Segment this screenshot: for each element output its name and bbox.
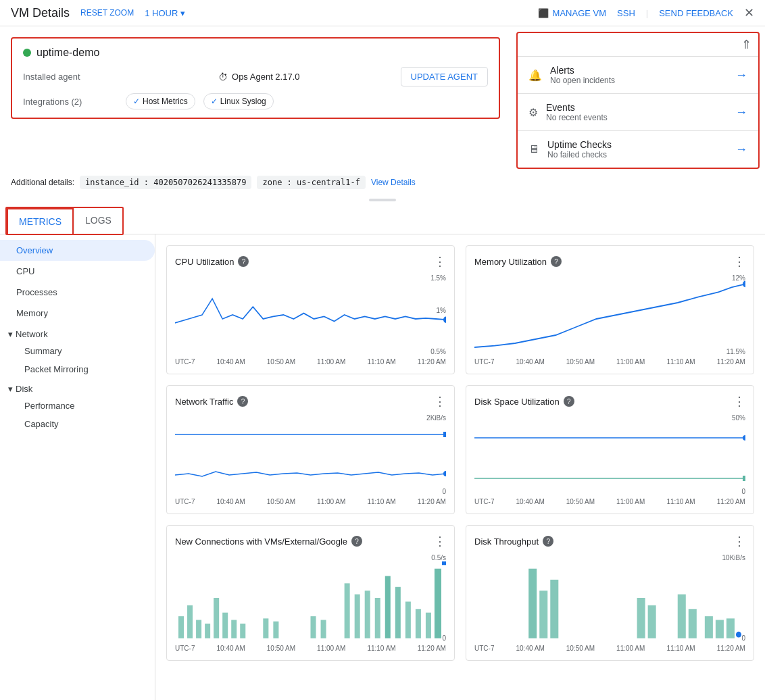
svg-rect-35	[689, 609, 697, 638]
events-title: Events	[546, 102, 608, 113]
agent-version: Ops Agent 2.17.0	[232, 72, 299, 82]
view-details-link[interactable]: View Details	[371, 178, 416, 187]
tab-logs[interactable]: LOGS	[74, 208, 122, 234]
top-section: uptime-demo Installed agent ⏱ Ops Agent …	[0, 26, 765, 169]
update-agent-button[interactable]: UPDATE AGENT	[401, 67, 488, 86]
svg-rect-32	[637, 598, 645, 639]
additional-label: Additional details:	[11, 178, 74, 187]
cpu-chart-labels: UTC-710:40 AM10:50 AM11:00 AM11:10 AM11:…	[175, 358, 446, 366]
connections-more-button[interactable]: ⋮	[434, 534, 446, 549]
cpu-y-bot: 0.5%	[430, 348, 446, 355]
connections-chart-labels: UTC-710:40 AM10:50 AM11:00 AM11:10 AM11:…	[175, 645, 446, 652]
integration-label-syslog: Linux Syslog	[220, 97, 266, 106]
cpu-chart-svg	[175, 274, 446, 355]
resize-handle[interactable]	[369, 199, 396, 201]
memory-chart-labels: UTC-710:40 AM10:50 AM11:00 AM11:10 AM11:…	[474, 358, 745, 366]
sidebar-item-cpu[interactable]: CPU	[0, 261, 155, 282]
sidebar-group-network[interactable]: ▾ Network	[0, 324, 155, 342]
close-button[interactable]: ✕	[744, 5, 754, 20]
memory-help-icon[interactable]: ?	[551, 256, 562, 267]
chart-memory-utilization: Memory Utilization ? ⋮ 12% 11.5% UTC-710…	[466, 245, 754, 374]
network-more-button[interactable]: ⋮	[434, 394, 446, 409]
sidebar-item-processes[interactable]: Processes	[0, 282, 155, 303]
uptime-subtitle: No failed checks	[547, 150, 612, 159]
alerts-subtitle: No open incidents	[550, 76, 615, 85]
top-bar: VM Details RESET ZOOM 1 HOUR ▾ ⬛ MANAGE …	[0, 0, 765, 26]
chart-throughput-title: Disk Throughput	[474, 536, 539, 547]
charts-area: CPU Utilization ? ⋮ 1.5% 1% 0.5% UTC-710…	[155, 234, 765, 700]
uptime-checks-item[interactable]: 🖥 Uptime Checks No failed checks →	[518, 130, 758, 168]
agent-info: ⏱ Ops Agent 2.17.0	[218, 72, 299, 82]
svg-rect-25	[416, 609, 421, 638]
svg-point-39	[736, 632, 741, 638]
sidebar-subitem-summary[interactable]: Summary	[0, 342, 155, 360]
svg-rect-10	[214, 598, 219, 639]
throughput-help-icon[interactable]: ?	[543, 536, 553, 547]
svg-rect-7	[187, 605, 193, 639]
sidebar-subitem-performance[interactable]: Performance	[0, 397, 155, 415]
chart-network-traffic: Network Traffic ? ⋮ 2KiB/s 0	[166, 385, 455, 514]
svg-rect-16	[311, 616, 316, 639]
svg-rect-34	[678, 595, 686, 639]
connections-help-icon[interactable]: ?	[351, 536, 362, 547]
memory-more-button[interactable]: ⋮	[733, 254, 745, 269]
svg-rect-21	[375, 598, 380, 639]
sidebar-item-memory[interactable]: Memory	[0, 303, 155, 324]
sidebar-subitem-packet-mirroring[interactable]: Packet Mirroring	[0, 360, 155, 378]
ops-agent-icon: ⏱	[218, 72, 228, 82]
throughput-more-button[interactable]: ⋮	[733, 534, 745, 549]
disk-chart-svg	[474, 414, 745, 495]
instance-id-chip: instance_id : 4020507026241335879	[80, 176, 251, 189]
cpu-help-icon[interactable]: ?	[238, 256, 249, 267]
top-bar-left: VM Details RESET ZOOM 1 HOUR ▾	[11, 6, 185, 20]
svg-rect-30	[539, 591, 547, 638]
disk-chart-labels: UTC-710:40 AM10:50 AM11:00 AM11:10 AM11:…	[474, 498, 745, 505]
collapse-button[interactable]: ⇑	[741, 37, 751, 52]
agent-row: Installed agent ⏱ Ops Agent 2.17.0 UPDAT…	[23, 67, 488, 86]
svg-rect-36	[705, 616, 713, 639]
svg-rect-13	[240, 624, 245, 639]
alerts-title: Alerts	[550, 65, 615, 76]
check-icon-2: ✓	[211, 97, 218, 106]
events-arrow[interactable]: →	[735, 105, 747, 120]
memory-chart-area: 12% 11.5%	[474, 274, 745, 355]
memory-y-top: 12%	[732, 274, 745, 282]
time-selector[interactable]: 1 HOUR ▾	[145, 8, 185, 18]
alerts-arrow[interactable]: →	[735, 68, 747, 82]
svg-rect-6	[178, 616, 184, 639]
network-chart-svg	[175, 414, 446, 495]
chevron-down-icon: ▾	[180, 8, 185, 18]
network-chart-area: 2KiB/s 0	[175, 414, 446, 495]
svg-rect-11	[222, 613, 228, 639]
network-help-icon[interactable]: ?	[237, 396, 248, 407]
tab-metrics[interactable]: METRICS	[7, 208, 74, 234]
svg-point-0	[443, 316, 446, 323]
chart-connections-title: New Connections with VMs/External/Google	[175, 536, 347, 547]
events-item[interactable]: ⚙ Events No recent events →	[518, 93, 758, 130]
sidebar-subitem-capacity[interactable]: Capacity	[0, 415, 155, 433]
right-panel-header: ⇑	[518, 33, 758, 56]
monitor-icon: 🖥	[528, 143, 539, 155]
uptime-title: Uptime Checks	[547, 139, 612, 150]
reset-zoom-button[interactable]: RESET ZOOM	[80, 8, 134, 18]
charts-grid: CPU Utilization ? ⋮ 1.5% 1% 0.5% UTC-710…	[166, 245, 754, 661]
send-feedback-button[interactable]: SEND FEEDBACK	[659, 8, 733, 18]
additional-details: Additional details: instance_id : 402050…	[0, 169, 765, 196]
integration-badge-linux-syslog: ✓ Linux Syslog	[203, 93, 274, 109]
svg-rect-15	[273, 622, 278, 639]
disk-help-icon[interactable]: ?	[564, 396, 574, 407]
memory-chart-svg	[474, 274, 745, 355]
connections-chart-svg	[175, 554, 446, 642]
uptime-arrow[interactable]: →	[735, 143, 747, 157]
sidebar-group-disk[interactable]: ▾ Disk	[0, 378, 155, 397]
alerts-item[interactable]: 🔔 Alerts No open incidents →	[518, 56, 758, 93]
manage-vm-button[interactable]: ⬛ MANAGE VM	[538, 8, 606, 18]
sidebar-item-overview[interactable]: Overview	[0, 240, 155, 261]
disk-more-button[interactable]: ⋮	[733, 394, 745, 409]
top-bar-right: ⬛ MANAGE VM SSH | SEND FEEDBACK ✕	[538, 5, 754, 20]
memory-y-bot: 11.5%	[726, 348, 745, 355]
vm-details-card: uptime-demo Installed agent ⏱ Ops Agent …	[11, 37, 500, 119]
ssh-button[interactable]: SSH	[617, 8, 635, 18]
network-y-top: 2KiB/s	[426, 414, 446, 422]
cpu-more-button[interactable]: ⋮	[434, 254, 446, 269]
